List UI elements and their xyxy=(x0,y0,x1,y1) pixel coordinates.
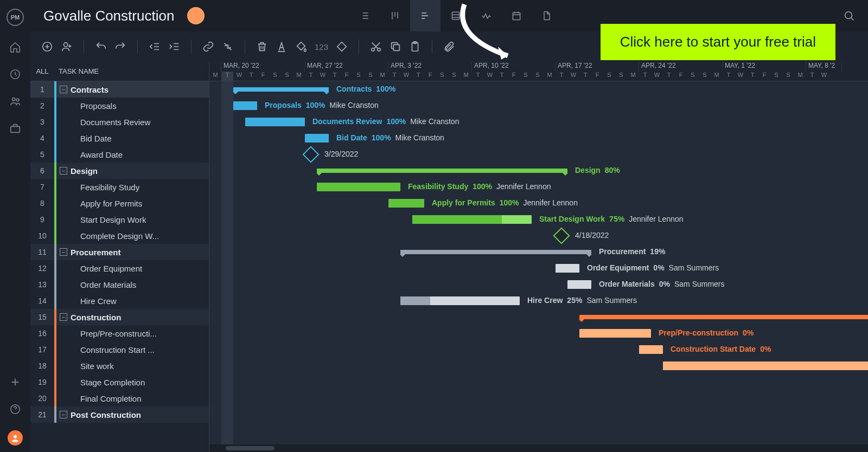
collapse-icon[interactable]: − xyxy=(60,86,67,93)
indent-icon[interactable] xyxy=(168,41,180,53)
task-row[interactable]: 5 Award Date xyxy=(30,146,209,163)
gantt-row: Feasibility Study100%Jennifer Lennon xyxy=(209,179,868,195)
task-row[interactable]: 8 Apply for Permits xyxy=(30,195,209,211)
color-bar xyxy=(54,81,56,98)
task-row[interactable]: 21 − Post Construction xyxy=(30,406,209,423)
task-row[interactable]: 4 Bid Date xyxy=(30,130,209,146)
collapse-icon[interactable]: − xyxy=(60,411,67,418)
collapse-icon[interactable]: − xyxy=(60,313,67,321)
task-row[interactable]: 1 − Contracts xyxy=(30,81,209,98)
view-sheet-icon[interactable] xyxy=(441,0,471,31)
header-taskname[interactable]: TASK NAME xyxy=(54,67,99,75)
priority-icon[interactable] xyxy=(336,41,348,53)
day-label: T xyxy=(579,72,591,81)
help-icon[interactable] xyxy=(9,403,21,415)
view-list-icon[interactable] xyxy=(349,0,380,31)
attach-icon[interactable] xyxy=(443,41,455,53)
horizontal-scrollbar[interactable] xyxy=(209,444,868,452)
people-icon[interactable] xyxy=(9,95,21,107)
task-row[interactable]: 11 − Procurement xyxy=(30,244,209,260)
collapse-icon[interactable]: − xyxy=(60,248,67,256)
task-bar[interactable] xyxy=(233,101,257,110)
task-bar[interactable] xyxy=(400,296,520,305)
task-row[interactable]: 2 Proposals xyxy=(30,98,209,114)
gantt-row: Start Design Work75%Jennifer Lennon xyxy=(209,211,868,228)
task-row[interactable]: 7 Feasibility Study xyxy=(30,179,209,195)
number-format[interactable]: 123 xyxy=(315,42,328,51)
task-row[interactable]: 3 Documents Review xyxy=(30,114,209,130)
add-task-icon[interactable] xyxy=(41,41,53,53)
view-calendar-icon[interactable] xyxy=(501,0,532,31)
day-label: T xyxy=(472,72,484,81)
app-logo[interactable]: PM xyxy=(7,9,24,26)
collapse-icon[interactable]: − xyxy=(60,167,67,175)
day-label: W xyxy=(400,72,412,81)
task-bar[interactable] xyxy=(245,118,305,126)
week-label: MAY, 8 '2 xyxy=(806,62,842,72)
view-gantt-icon[interactable] xyxy=(410,0,441,31)
clock-icon[interactable] xyxy=(9,68,21,80)
summary-bar[interactable] xyxy=(233,87,329,92)
home-icon[interactable] xyxy=(9,41,21,53)
color-bar xyxy=(54,146,56,163)
paste-icon[interactable] xyxy=(409,41,421,53)
task-row[interactable]: 19 Stage Completion xyxy=(30,374,209,390)
task-row[interactable]: 6 − Design xyxy=(30,163,209,179)
bar-task-name: Bid Date xyxy=(336,133,367,142)
day-label: W xyxy=(651,72,663,81)
summary-bar[interactable] xyxy=(317,169,567,173)
project-avatar[interactable] xyxy=(187,7,205,24)
task-name: Construction Start ... xyxy=(80,345,209,354)
view-board-icon[interactable] xyxy=(380,0,410,31)
assign-icon[interactable] xyxy=(61,41,73,53)
task-row[interactable]: 13 Order Materials xyxy=(30,276,209,293)
task-bar[interactable] xyxy=(663,361,868,370)
separator xyxy=(359,40,359,54)
task-bar[interactable] xyxy=(388,199,424,208)
view-workload-icon[interactable] xyxy=(471,0,501,31)
task-row[interactable]: 18 Site work xyxy=(30,358,209,374)
outdent-icon[interactable] xyxy=(149,41,161,53)
task-row[interactable]: 17 Construction Start ... xyxy=(30,341,209,358)
delete-icon[interactable] xyxy=(256,41,268,53)
undo-icon[interactable] xyxy=(95,41,107,53)
summary-bar[interactable] xyxy=(400,250,591,254)
milestone-icon[interactable] xyxy=(553,227,570,244)
task-row[interactable]: 14 Hire Crew xyxy=(30,293,209,309)
task-row[interactable]: 16 Prep/Pre-constructi... xyxy=(30,325,209,341)
task-bar[interactable] xyxy=(556,264,579,273)
task-row[interactable]: 10 Complete Design W... xyxy=(30,228,209,244)
task-bar[interactable] xyxy=(567,280,591,289)
task-row[interactable]: 9 Start Design Work xyxy=(30,211,209,228)
briefcase-icon[interactable] xyxy=(9,122,21,134)
day-label: S xyxy=(615,72,627,81)
task-bar[interactable] xyxy=(639,345,663,354)
summary-bar[interactable] xyxy=(579,315,868,319)
day-label: S xyxy=(365,72,376,81)
color-bar xyxy=(54,163,56,179)
copy-icon[interactable] xyxy=(390,41,401,53)
text-style-icon[interactable] xyxy=(276,41,288,53)
separator xyxy=(191,40,192,54)
view-file-icon[interactable] xyxy=(532,0,562,31)
fill-icon[interactable] xyxy=(295,41,307,53)
task-bar[interactable] xyxy=(317,183,400,191)
task-row[interactable]: 12 Order Equipment xyxy=(30,260,209,276)
search-icon[interactable] xyxy=(843,10,855,22)
unlink-icon[interactable] xyxy=(222,41,234,53)
task-bar[interactable] xyxy=(305,134,329,143)
cta-banner[interactable]: Click here to start your free trial xyxy=(601,24,835,60)
task-row[interactable]: 15 − Construction xyxy=(30,309,209,325)
milestone-icon[interactable] xyxy=(302,146,319,163)
task-row[interactable]: 20 Final Completion xyxy=(30,390,209,406)
user-avatar[interactable] xyxy=(8,430,23,445)
row-number: 18 xyxy=(30,361,54,370)
link-icon[interactable] xyxy=(202,41,214,53)
redo-icon[interactable] xyxy=(114,41,126,53)
plus-icon[interactable] xyxy=(9,376,21,388)
header-all[interactable]: ALL xyxy=(30,67,54,75)
bar-assignee: Jennifer Lennon xyxy=(629,215,683,223)
task-bar[interactable] xyxy=(579,329,651,338)
cut-icon[interactable] xyxy=(370,41,382,53)
task-bar[interactable] xyxy=(412,215,532,224)
